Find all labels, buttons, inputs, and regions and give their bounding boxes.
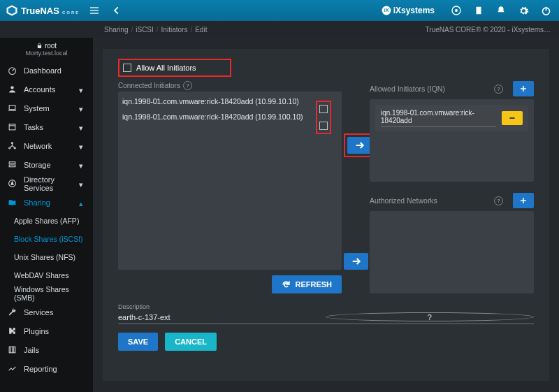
- authorized-networks-list[interactable]: [370, 211, 534, 293]
- svg-point-13: [8, 68, 15, 75]
- allow-all-label: Allow All Initiators: [136, 64, 196, 72]
- description-input[interactable]: earth-c-137-ext: [118, 313, 326, 321]
- refresh-button[interactable]: REFRESH: [272, 275, 342, 293]
- hex-icon: [6, 4, 18, 17]
- list-item[interactable]: iqn.1998-01.com.vmware:rick-18420add (10…: [122, 97, 337, 106]
- calendar-icon: [7, 122, 17, 132]
- save-button[interactable]: SAVE: [118, 333, 158, 351]
- move-to-authnet-wrap: [344, 253, 368, 270]
- dashboard-icon: [7, 66, 17, 75]
- svg-rect-16: [9, 106, 15, 110]
- back-button[interactable]: [109, 3, 124, 18]
- sidebar-item-dashboard[interactable]: Dashboard: [0, 61, 93, 80]
- compass-icon: [7, 179, 17, 189]
- puzzle-icon: [7, 326, 17, 336]
- svg-line-14: [12, 69, 14, 71]
- svg-rect-9: [477, 7, 481, 15]
- help-icon[interactable]: ?: [494, 85, 503, 94]
- menu-toggle-button[interactable]: [87, 3, 102, 18]
- sidebar-item-network[interactable]: Network▾: [0, 136, 93, 155]
- chevron-down-icon: ▾: [79, 180, 86, 187]
- sidebar-item-services[interactable]: Services: [0, 303, 93, 321]
- description-field: Description earth-c-137-ext ?: [118, 303, 534, 324]
- sidebar-item-storage[interactable]: Storage▾: [0, 155, 93, 174]
- chevron-down-icon: ▾: [79, 105, 86, 112]
- sidebar-item-tasks[interactable]: Tasks▾: [0, 117, 93, 136]
- help-icon[interactable]: ?: [494, 196, 503, 205]
- svg-text:iX: iX: [384, 8, 389, 13]
- crumb-iscsi[interactable]: iSCSI: [136, 26, 154, 34]
- lock-icon: [36, 43, 43, 49]
- svg-rect-12: [38, 45, 41, 48]
- list-item[interactable]: iqn.1998-01.com.vmware:rick-18420add (10…: [122, 112, 337, 121]
- move-to-allowed-button[interactable]: [347, 137, 372, 154]
- wrench-icon: [7, 307, 17, 317]
- crumb-sharing[interactable]: Sharing: [104, 26, 128, 34]
- add-allowed-initiator-button[interactable]: [513, 81, 534, 96]
- gear-icon[interactable]: [516, 3, 531, 18]
- description-label: Description: [118, 303, 534, 310]
- power-icon[interactable]: [538, 3, 553, 18]
- sidebar-item-reporting[interactable]: Reporting: [0, 359, 93, 378]
- storage-icon: [7, 160, 17, 170]
- sidebar-item-block-shares[interactable]: Block Shares (iSCSI): [0, 230, 93, 248]
- allow-all-checkbox[interactable]: [123, 64, 131, 72]
- initiator-form-panel: Allow All Initiators Connected Initiator…: [103, 49, 549, 381]
- sidebar-item-plugins[interactable]: Plugins: [0, 321, 93, 340]
- crumb-initiators[interactable]: Initiators: [161, 26, 188, 34]
- select-initiator-checkbox[interactable]: [319, 122, 328, 130]
- sidebar-item-directory-services[interactable]: Directory Services▾: [0, 174, 93, 193]
- cancel-button[interactable]: CANCEL: [165, 333, 217, 351]
- folder-icon: [7, 198, 17, 208]
- allowed-initiators-label: Allowed Initiators (IQN): [370, 85, 490, 93]
- svg-point-20: [11, 143, 13, 144]
- chevron-down-icon: ▾: [79, 86, 86, 93]
- user-block: root Morty.test.local: [0, 38, 93, 61]
- network-icon: [7, 141, 17, 151]
- status-icon[interactable]: [449, 3, 464, 18]
- sidebar-item-jails[interactable]: Jails: [0, 340, 93, 359]
- connected-select-checkboxes: [316, 101, 331, 134]
- remove-allowed-initiator-button[interactable]: [502, 111, 523, 125]
- sidebar-menu: Dashboard Accounts▾ System▾ Tasks▾ Netwo…: [0, 61, 93, 392]
- topbar: TrueNAS CORE iX iXsystems: [0, 0, 559, 21]
- chevron-down-icon: ▾: [79, 161, 86, 168]
- help-icon[interactable]: ?: [183, 81, 192, 90]
- right-column: Allowed Initiators (IQN) ? iqn.1998-01.c…: [370, 81, 534, 293]
- sidebar-item-system[interactable]: System▾: [0, 99, 93, 117]
- main-content: Allow All Initiators Connected Initiator…: [93, 38, 559, 392]
- bell-icon[interactable]: [493, 3, 509, 18]
- clipboard-icon[interactable]: [471, 3, 486, 18]
- svg-rect-18: [9, 124, 15, 130]
- move-to-authnet-button[interactable]: [344, 253, 368, 270]
- chevron-down-icon: ▾: [79, 143, 86, 150]
- allowed-initiator-input[interactable]: iqn.1998-01.com.vmware:rick-18420add: [381, 109, 496, 127]
- sidebar-item-windows-shares[interactable]: Windows Shares (SMB): [0, 284, 93, 303]
- partner-logo: iX iXsystems: [382, 6, 435, 15]
- sidebar-item-sharing[interactable]: Sharing▴: [0, 193, 93, 212]
- authorized-networks-label: Authorized Networks: [370, 196, 490, 205]
- help-icon[interactable]: ?: [326, 312, 535, 321]
- svg-point-15: [10, 86, 13, 89]
- allowed-initiator-entry: iqn.1998-01.com.vmware:rick-18420add: [375, 105, 528, 131]
- select-initiator-checkbox[interactable]: [319, 105, 328, 113]
- sidebar-item-apple-shares[interactable]: Apple Shares (AFP): [0, 212, 93, 230]
- sidebar-item-webdav-shares[interactable]: WebDAV Shares: [0, 266, 93, 284]
- connected-initiators-column: Connected Initiators ? iqn.1998-01.com.v…: [118, 81, 342, 293]
- connected-initiators-list[interactable]: iqn.1998-01.com.vmware:rick-18420add (10…: [118, 92, 342, 270]
- sidebar: root Morty.test.local Dashboard Accounts…: [0, 38, 93, 392]
- user-name: root: [45, 42, 57, 50]
- sidebar-item-accounts[interactable]: Accounts▾: [0, 80, 93, 99]
- breadcrumb-bar: Sharing/ iSCSI/ Initiators/ Edit TrueNAS…: [0, 21, 559, 38]
- form-actions: SAVE CANCEL: [118, 333, 534, 351]
- jail-icon: [7, 345, 17, 355]
- chart-icon: [7, 364, 17, 374]
- sidebar-item-unix-shares[interactable]: Unix Shares (NFS): [0, 248, 93, 266]
- laptop-icon: [7, 103, 17, 113]
- chevron-up-icon: ▴: [79, 199, 86, 206]
- brand-name: TrueNAS: [21, 6, 59, 16]
- add-authorized-network-button[interactable]: [513, 193, 534, 208]
- allow-all-initiators-row[interactable]: Allow All Initiators: [118, 59, 231, 77]
- user-host: Morty.test.local: [26, 50, 68, 57]
- svg-point-8: [455, 9, 458, 12]
